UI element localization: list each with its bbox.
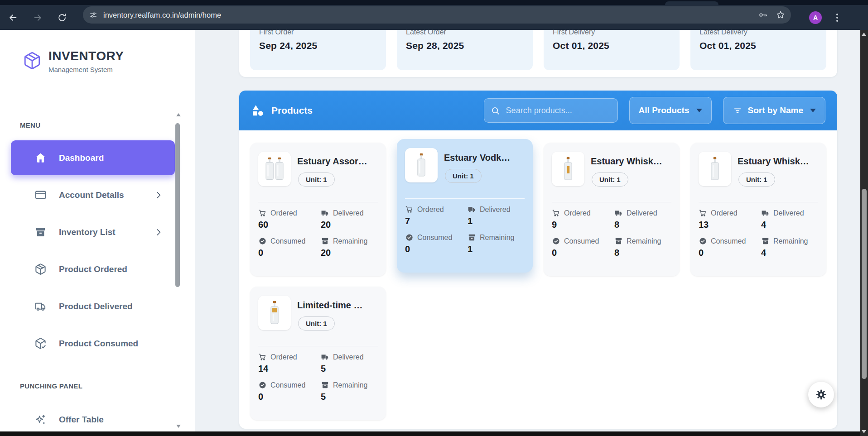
chevron-right-icon	[154, 228, 163, 237]
scrollbar-thumb[interactable]	[862, 189, 867, 379]
remaining-stat: Remaining 1	[468, 233, 529, 254]
sidebar-item[interactable]: Dashboard	[11, 140, 175, 175]
remaining-label: Remaining	[333, 237, 367, 245]
delivered-value: 1	[468, 216, 529, 226]
remaining-label: Remaining	[627, 237, 661, 245]
forward-icon	[33, 13, 43, 23]
product-card[interactable]: Estuary Assor… Unit: 1 Ordered 60 Delive…	[250, 143, 386, 276]
check-circle-icon	[258, 381, 267, 389]
bookmark-star-icon[interactable]	[776, 10, 786, 20]
product-stats: Ordered 9 Delivered 8 Consumed 0 Remai	[552, 209, 676, 258]
delivered-value: 5	[321, 364, 382, 374]
sidebar-item[interactable]: Product Consumed	[11, 326, 175, 361]
cart-icon	[552, 209, 560, 217]
sidebar-item[interactable]: Product Ordered	[11, 252, 175, 287]
divider	[552, 202, 671, 202]
menu-section-label: MENU	[20, 121, 40, 129]
check-circle-icon	[699, 237, 707, 245]
caret-down-icon	[810, 109, 816, 112]
consumed-stat: Consumed 0	[258, 237, 321, 258]
address-bar[interactable]: inventory.realfam.co.in/admin/home	[83, 6, 791, 24]
reload-button[interactable]	[54, 10, 70, 25]
home-icon	[34, 152, 47, 164]
ordered-stat: Ordered 14	[258, 353, 321, 374]
package-icon	[34, 263, 47, 275]
products-header: Products All Products Sort by Name	[239, 91, 837, 130]
site-settings-icon[interactable]	[89, 10, 98, 19]
delivered-label: Delivered	[627, 209, 657, 217]
ordered-value: 9	[552, 220, 614, 230]
sidebar-item[interactable]: Account Details	[11, 177, 175, 212]
sidebar-item[interactable]: Offer Table	[11, 402, 175, 436]
credit-card-icon	[34, 189, 47, 201]
delivery-truck-icon	[321, 353, 329, 361]
gear-icon	[815, 388, 827, 401]
sidebar-item[interactable]: Product Delivered	[11, 289, 175, 324]
main-content: First Order Sep 24, 2025 Latest Order Se…	[195, 30, 860, 436]
sidebar-scrollbar-thumb[interactable]	[175, 123, 180, 287]
ordered-value: 13	[699, 220, 761, 230]
ordered-value: 7	[405, 216, 468, 226]
sidebar-item-label: Product Consumed	[59, 339, 138, 349]
ordered-stat: Ordered 13	[699, 209, 761, 230]
remaining-stat: Remaining 4	[761, 237, 823, 258]
product-title: Estuary Whisk…	[591, 156, 674, 167]
ordered-label: Ordered	[711, 209, 738, 217]
product-card[interactable]: Estuary Vodk… Unit: 1 Ordered 7 Delivere…	[397, 139, 533, 273]
url-text: inventory.realfam.co.in/admin/home	[103, 11, 758, 19]
back-button[interactable]	[5, 10, 21, 25]
delivered-stat: Delivered 20	[321, 209, 382, 230]
remaining-value: 1	[468, 244, 529, 254]
delivered-label: Delivered	[773, 209, 804, 217]
stat-value: Oct 01, 2025	[553, 40, 670, 51]
product-stats: Ordered 14 Delivered 5 Consumed 0 Rema	[258, 353, 382, 402]
remaining-stat: Remaining 8	[614, 237, 676, 258]
settings-fab[interactable]	[808, 382, 834, 407]
active-tab	[665, 1, 719, 5]
delivered-label: Delivered	[480, 206, 511, 214]
sidebar-item-label: Product Ordered	[59, 264, 127, 274]
product-card[interactable]: Limited-time … Unit: 1 Ordered 14 Delive…	[250, 287, 386, 420]
profile-avatar[interactable]: A	[809, 11, 822, 24]
sidebar-scroll-up-arrow[interactable]	[176, 113, 181, 116]
stat-label: Latest Order	[406, 30, 524, 36]
tab-strip	[0, 0, 868, 5]
product-card[interactable]: Estuary Whisk… Unit: 1 Ordered 13 Delive…	[690, 143, 826, 276]
product-title: Estuary Vodk…	[444, 153, 527, 163]
delivered-stat: Delivered 8	[614, 209, 676, 230]
sidebar-item-label: Offer Table	[59, 415, 104, 425]
stat-label: First Order	[259, 30, 377, 36]
remaining-value: 20	[321, 248, 382, 258]
password-key-icon[interactable]	[758, 10, 768, 20]
product-image	[699, 152, 731, 186]
scroll-up-arrow[interactable]	[862, 33, 866, 36]
app-logo: INVENTORY Management System	[23, 49, 124, 73]
delivery-truck-icon	[614, 209, 623, 217]
cart-icon	[405, 205, 414, 214]
product-stats: Ordered 13 Delivered 4 Consumed 0 Rema	[699, 209, 823, 258]
products-panel: Products All Products Sort by Name	[239, 91, 837, 429]
ordered-label: Ordered	[564, 209, 591, 217]
punching-menu: Offer Table	[11, 402, 175, 436]
delivered-value: 4	[761, 220, 823, 230]
consumed-label: Consumed	[270, 381, 305, 389]
consumed-value: 0	[552, 248, 614, 258]
delivered-stat: Delivered 1	[468, 205, 529, 226]
delivered-label: Delivered	[333, 209, 364, 217]
consumed-stat: Consumed 0	[405, 233, 468, 254]
window-scrollbar[interactable]	[860, 30, 868, 436]
scroll-down-arrow[interactable]	[862, 430, 866, 433]
sidebar-item[interactable]: Inventory List	[11, 215, 175, 249]
order-stats-panel: First Order Sep 24, 2025 Latest Order Se…	[239, 30, 837, 77]
forward-button[interactable]	[30, 10, 45, 25]
check-circle-icon	[405, 233, 414, 242]
sidebar-scroll-down-arrow[interactable]	[176, 425, 181, 428]
search-input[interactable]	[505, 105, 611, 116]
filter-products-dropdown[interactable]: All Products	[629, 97, 712, 124]
product-search[interactable]	[484, 98, 618, 123]
product-card[interactable]: Estuary Whisk… Unit: 1 Ordered 9 Deliver…	[544, 143, 680, 276]
delivered-value: 8	[614, 220, 676, 230]
browser-menu-icon[interactable]	[834, 12, 841, 23]
sort-products-dropdown[interactable]: Sort by Name	[723, 97, 825, 124]
unit-badge: Unit: 1	[298, 316, 335, 331]
